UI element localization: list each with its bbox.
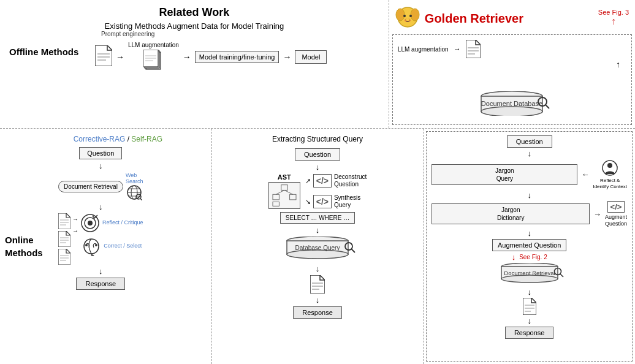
svg-point-11 — [396, 9, 405, 21]
svg-rect-57 — [273, 202, 279, 206]
svg-point-50 — [95, 244, 97, 246]
right-doc-retrieval-cylinder: Document Retrieval — [499, 263, 560, 284]
golden-llm-flow: LLM augmentation → — [398, 40, 481, 58]
target-icon — [80, 213, 100, 233]
bottom-left-panel: OnlineMethods Corrective-RAG / Self-RAG … — [0, 129, 212, 364]
svg-text:Document Retrieval: Document Retrieval — [504, 270, 555, 276]
bottom-middle-panel: Extracting Structured Query Question ↓ A… — [212, 129, 424, 364]
doc-small-3 — [58, 249, 70, 265]
db-query-cylinder: Database Query — [284, 237, 351, 260]
svg-marker-64 — [310, 275, 325, 294]
doc-small-2 — [58, 231, 70, 247]
arrow-3: → — [283, 52, 291, 62]
svg-point-13 — [403, 15, 406, 17]
top-section: Related Work Existing Methods Augment Da… — [0, 0, 635, 129]
question-box: Question — [79, 147, 122, 159]
structured-query-flow: Question ↓ AST — [221, 148, 414, 319]
jargon-dict-row: JargonDictionary → </> AugmentQuestion — [432, 201, 627, 227]
main-container: Related Work Existing Methods Augment Da… — [0, 0, 635, 364]
svg-point-16 — [406, 18, 409, 21]
sql-box: SELECT … WHERE … — [280, 212, 355, 224]
right-question-box: Question — [507, 135, 552, 148]
llm-aug-block: LLM augmentation — [128, 42, 179, 72]
right-dashed-box: Question ↓ JargonQuery ← — [426, 131, 633, 362]
offline-methods-label: Offline Methods — [9, 46, 78, 58]
svg-line-75 — [560, 274, 563, 277]
see-fig2: See Fig. 2 — [519, 254, 547, 260]
reflect-block-right: Reflect &Identify Context — [593, 159, 627, 189]
svg-point-49 — [85, 244, 88, 246]
svg-line-33 — [140, 199, 142, 200]
jargon-dict-box: JargonDictionary — [432, 203, 590, 224]
right-magnifier — [553, 267, 565, 278]
right-doc-icon — [523, 298, 536, 315]
svg-point-25 — [538, 97, 547, 106]
golden-cylinder: Document Database — [478, 91, 546, 116]
response-box-right: Response — [505, 327, 554, 339]
svg-point-48 — [88, 221, 93, 226]
ast-block: AST — [268, 173, 367, 209]
svg-marker-0 — [95, 45, 112, 66]
doc-small-1 — [58, 213, 70, 229]
golden-retriever-title: Golden Retriever — [425, 12, 523, 26]
svg-point-14 — [409, 15, 412, 17]
top-left-panel: Related Work Existing Methods Augment Da… — [0, 0, 389, 128]
jargon-query-row: JargonQuery ← — [432, 159, 627, 189]
svg-line-26 — [546, 105, 549, 108]
sq-question-box: Question — [295, 148, 340, 161]
arrow-1: → — [116, 52, 124, 62]
sq-doc-icon — [310, 275, 325, 294]
jargon-query-box: JargonQuery — [432, 164, 577, 185]
svg-point-74 — [554, 268, 561, 275]
top-right-panel: Golden Retriever See Fig. 3 ↑ LLM augmen… — [389, 0, 635, 128]
corrective-flow: Question ↓ Document Retrieval WebSearch — [58, 147, 143, 290]
code-bracket-2: </> — [313, 195, 332, 208]
code-bracket-1: </> — [313, 174, 332, 188]
deconstruct-branch: ↗ </> DeconstructQuestion — [305, 173, 367, 188]
right-flow: Question ↓ JargonQuery ← — [427, 132, 632, 343]
svg-marker-38 — [58, 231, 70, 247]
ast-tree-icon — [268, 182, 300, 209]
svg-text:Database Query: Database Query — [295, 245, 340, 251]
augmented-question-box: Augmented Question — [492, 239, 566, 251]
golden-header: Golden Retriever — [394, 5, 523, 32]
db-query-block: Database Query — [284, 237, 351, 262]
svg-line-63 — [351, 249, 355, 252]
magnifier-icon — [537, 96, 550, 110]
svg-text:Document Database: Document Database — [481, 100, 542, 107]
svg-line-56 — [284, 190, 293, 194]
online-methods-label: OnlineMethods — [5, 233, 43, 259]
svg-point-12 — [411, 9, 419, 21]
correct-block: Correct / Select — [82, 237, 142, 256]
doc-retrieval-box: Document Retrieval — [58, 181, 123, 192]
model-box: Model — [295, 50, 327, 64]
svg-marker-34 — [58, 213, 70, 229]
golden-db-block: Document Database — [478, 91, 546, 118]
synthesis-branch: ↘ </> SynthesisQuery — [305, 194, 367, 209]
svg-rect-54 — [289, 194, 295, 200]
golden-dashed-box: LLM augmentation → — [392, 34, 632, 125]
golden-doc-icon — [466, 40, 481, 58]
corrective-title: Corrective-RAG / Self-RAG — [9, 135, 202, 143]
svg-rect-53 — [273, 194, 279, 200]
db-magnifier — [344, 241, 356, 254]
response-box-left: Response — [76, 278, 125, 290]
structured-query-title: Extracting Structured Query — [221, 135, 414, 143]
main-title: Related Work — [12, 6, 376, 19]
offline-flow: → LLM augmentation — [95, 42, 327, 72]
reflect-block: Reflect / Critique — [80, 213, 143, 233]
bottom-right-panel: Question ↓ JargonQuery ← — [424, 129, 635, 364]
reflect-icon — [601, 159, 618, 176]
see-fig3: See Fig. 3 ↑ — [598, 9, 629, 27]
svg-marker-42 — [58, 249, 70, 265]
svg-line-55 — [276, 190, 284, 194]
brain-icon — [82, 237, 101, 256]
svg-point-23 — [481, 107, 542, 116]
svg-point-60 — [287, 250, 348, 259]
arrow-2: → — [183, 52, 191, 62]
globe-icon — [126, 184, 142, 200]
golden-up-arrow: ↑ — [616, 59, 620, 69]
bottom-section: OnlineMethods Corrective-RAG / Self-RAG … — [0, 129, 635, 364]
model-training-box: Model training/fine-tuning — [195, 51, 279, 63]
svg-marker-76 — [523, 298, 536, 315]
